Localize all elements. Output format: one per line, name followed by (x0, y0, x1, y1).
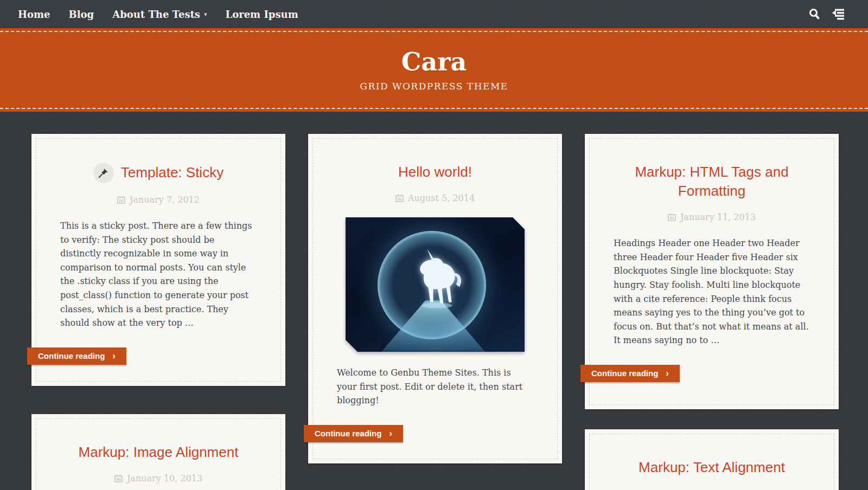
post-date-text: January 10, 2013 (127, 473, 202, 483)
continue-reading-label: Continue reading (38, 351, 105, 360)
chevron-right-icon: › (112, 351, 116, 360)
nav-item-label: Blog (69, 9, 94, 20)
continue-reading-button[interactable]: Continue reading › (27, 347, 126, 365)
continue-reading-button[interactable]: Continue reading › (580, 365, 680, 382)
nav-item-label: Home (18, 9, 50, 20)
post-card-template-sticky: Template: Sticky January 7, 2012 This is… (31, 134, 285, 386)
post-date-text: January 11, 2013 (680, 212, 756, 222)
post-date: January 11, 2013 (590, 212, 834, 222)
post-title[interactable]: Markup: Image Alignment (36, 443, 280, 462)
post-title[interactable]: Hello world! (313, 163, 557, 182)
site-title[interactable]: Cara (401, 48, 467, 76)
post-title[interactable]: Markup: Text Alignment (590, 458, 834, 477)
post-featured-image-unicorn[interactable] (346, 217, 525, 352)
nav-item-label: About The Tests (112, 9, 200, 20)
post-excerpt: Welcome to Genbu Theme Sites. This is yo… (313, 366, 557, 408)
chevron-right-icon: › (666, 369, 669, 378)
post-title-text: Template: Sticky (121, 163, 224, 182)
top-navigation: Home Blog About The Tests▾ Lorem Ipsum (0, 0, 868, 28)
post-card-hello-world: Hello world! August 5, 2014 (308, 134, 562, 463)
post-card-markup-html-tags: Markup: HTML Tags and Formatting January… (585, 134, 839, 409)
post-excerpt: This is a sticky post. There are a few t… (36, 219, 280, 330)
post-date: January 7, 2012 (36, 195, 280, 205)
nav-item-about-the-tests[interactable]: About The Tests▾ (103, 0, 216, 28)
search-icon[interactable] (806, 6, 822, 22)
continue-reading-label: Continue reading (591, 369, 658, 378)
calendar-icon (668, 213, 676, 221)
post-date: January 10, 2013 (36, 473, 280, 483)
chevron-right-icon: › (389, 429, 392, 438)
sidebar-toggle-icon[interactable] (830, 6, 846, 22)
post-date: August 5, 2014 (313, 193, 557, 203)
post-grid: Template: Sticky January 7, 2012 This is… (0, 112, 868, 490)
post-excerpt: Headings Header one Header two Header th… (590, 236, 834, 347)
grid-column-2: Hello world! August 5, 2014 (308, 134, 562, 463)
calendar-icon (395, 194, 404, 202)
post-card-markup-text-alignment: Markup: Text Alignment (585, 429, 839, 490)
nav-item-label: Lorem Ipsum (226, 9, 298, 20)
calendar-icon (117, 196, 125, 204)
continue-reading-label: Continue reading (315, 429, 381, 438)
nav-item-home[interactable]: Home (9, 0, 60, 28)
continue-reading-button[interactable]: Continue reading › (304, 425, 403, 442)
grid-column-3: Markup: HTML Tags and Formatting January… (585, 134, 839, 490)
unicorn-silhouette (401, 244, 467, 314)
grid-column-1: Template: Sticky January 7, 2012 This is… (31, 134, 285, 490)
post-title[interactable]: Markup: HTML Tags and Formatting (590, 163, 834, 201)
post-title-text: Hello world! (398, 163, 472, 182)
nav-item-blog[interactable]: Blog (60, 0, 104, 28)
site-tagline: GRID WORDPRESS THEME (360, 81, 508, 92)
post-title[interactable]: Template: Sticky (36, 163, 280, 183)
nav-item-lorem-ipsum[interactable]: Lorem Ipsum (216, 0, 308, 28)
post-date-text: August 5, 2014 (408, 193, 475, 203)
post-title-text: Markup: Text Alignment (639, 458, 785, 477)
calendar-icon (114, 474, 123, 482)
post-date-text: January 7, 2012 (130, 195, 200, 205)
post-title-text: Markup: Image Alignment (79, 443, 239, 462)
chevron-down-icon: ▾ (204, 11, 207, 18)
masthead: Cara GRID WORDPRESS THEME (0, 28, 868, 112)
post-card-markup-image-alignment: Markup: Image Alignment January 10, 2013 (31, 414, 285, 490)
post-title-text: Markup: HTML Tags and Formatting (614, 163, 810, 201)
sticky-pin-icon (93, 163, 114, 183)
